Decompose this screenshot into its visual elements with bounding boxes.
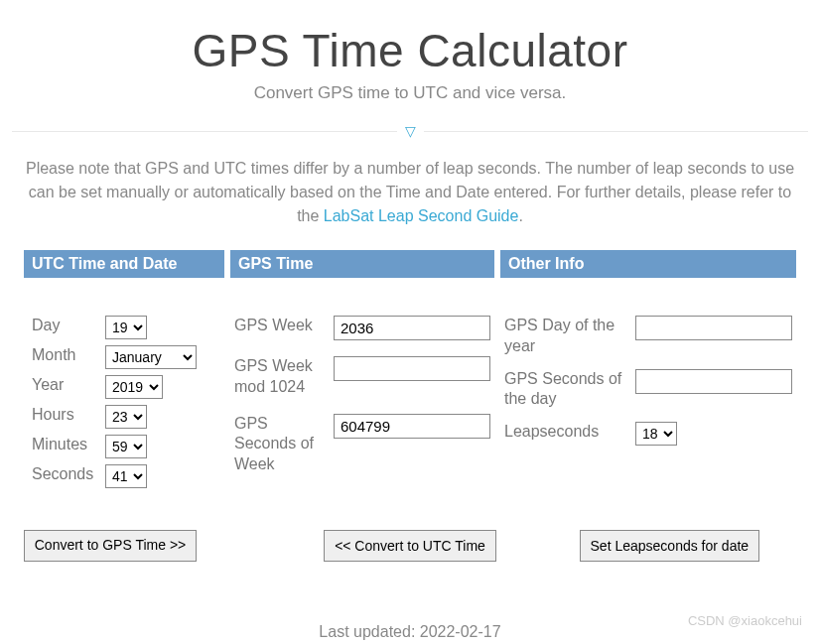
gps-sod-label: GPS Seconds of the day	[504, 369, 635, 411]
other-panel-header: Other Info	[500, 250, 796, 278]
gps-week-mod-label: GPS Week mod 1024	[234, 356, 334, 398]
gps-doy-input[interactable]	[635, 316, 792, 340]
month-select[interactable]: January	[105, 345, 197, 369]
gps-sod-input[interactable]	[635, 369, 792, 394]
gps-panel: GPS Time GPS Week GPS Week mod 1024 GPS …	[230, 250, 494, 502]
minutes-select[interactable]: 59	[105, 435, 147, 458]
page-subtitle: Convert GPS time to UTC and vice versa.	[0, 83, 820, 103]
year-select[interactable]: 2019	[105, 375, 163, 399]
utc-panel-header: UTC Time and Date	[24, 250, 224, 278]
leap-second-guide-link[interactable]: LabSat Leap Second Guide	[324, 207, 519, 224]
triangle-down-icon: ▽	[397, 123, 424, 139]
day-select[interactable]: 19	[105, 316, 147, 339]
convert-to-gps-button[interactable]: Convert to GPS Time >>	[24, 530, 197, 562]
gps-panel-header: GPS Time	[230, 250, 494, 278]
month-label: Month	[32, 345, 105, 366]
gps-week-input[interactable]	[334, 316, 490, 340]
convert-to-utc-button[interactable]: << Convert to UTC Time	[324, 530, 496, 562]
leap-seconds-note: Please note that GPS and UTC times diffe…	[0, 157, 820, 228]
leapseconds-select[interactable]: 18	[635, 422, 677, 446]
gps-sow-input[interactable]	[334, 414, 490, 439]
section-divider: ▽	[12, 123, 808, 139]
hours-select[interactable]: 23	[105, 405, 147, 429]
page-title: GPS Time Calculator	[0, 24, 820, 77]
gps-week-mod-input[interactable]	[334, 356, 490, 381]
gps-doy-label: GPS Day of the year	[504, 316, 635, 357]
minutes-label: Minutes	[32, 435, 105, 455]
hours-label: Hours	[32, 405, 105, 426]
gps-week-label: GPS Week	[234, 316, 334, 336]
seconds-select[interactable]: 41	[105, 464, 147, 488]
seconds-label: Seconds	[32, 464, 105, 485]
day-label: Day	[32, 316, 105, 336]
set-leapseconds-button[interactable]: Set Leapseconds for date	[580, 530, 760, 562]
utc-panel: UTC Time and Date Day 19 Month January Y…	[24, 250, 224, 502]
gps-sow-label: GPS Seconds of Week	[234, 414, 334, 475]
other-panel: Other Info GPS Day of the year GPS Secon…	[500, 250, 796, 502]
watermark: CSDN @xiaokcehui	[688, 613, 802, 628]
year-label: Year	[32, 375, 105, 396]
leapseconds-label: Leapseconds	[504, 422, 635, 443]
